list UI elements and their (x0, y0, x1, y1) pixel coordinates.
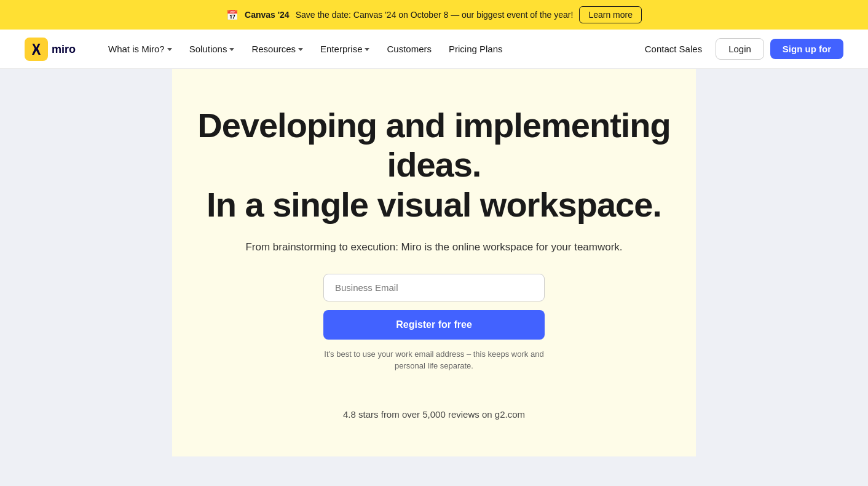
hero-heading-line1: Developing and implementing (197, 106, 671, 145)
svg-text:miro: miro (52, 43, 76, 55)
hero-heading-line3: In a single visual workspace. (207, 185, 661, 224)
login-button[interactable]: Login (716, 38, 764, 60)
nav-links-group: What is Miro? Solutions Resources Enterp… (101, 39, 637, 59)
chevron-down-icon (229, 48, 234, 51)
hero-heading-line2: ideas. (387, 145, 481, 184)
nav-pricing-plans-label: Pricing Plans (449, 44, 503, 54)
nav-solutions-label: Solutions (189, 44, 227, 54)
nav-what-is-miro-label: What is Miro? (108, 44, 165, 54)
announcement-banner: 📅 Canvas '24 Save the date: Canvas '24 o… (0, 0, 868, 30)
nav-resources[interactable]: Resources (244, 39, 310, 59)
main-content-area: Developing and implementing ideas. In a … (172, 69, 696, 456)
nav-enterprise-label: Enterprise (320, 44, 362, 54)
chevron-down-icon (298, 48, 303, 51)
calendar-icon: 📅 (226, 9, 239, 21)
logo-link[interactable]: miro (25, 38, 84, 61)
nav-enterprise[interactable]: Enterprise (313, 39, 377, 59)
email-input[interactable] (323, 274, 545, 301)
page-body: Developing and implementing ideas. In a … (0, 69, 868, 456)
banner-event-text: Save the date: Canvas '24 on October 8 —… (296, 10, 574, 20)
nav-right-group: Contact Sales Login Sign up for (637, 38, 843, 60)
email-input-wrapper (323, 274, 545, 301)
main-nav: miro What is Miro? Solutions Resources E… (0, 30, 868, 69)
nav-solutions[interactable]: Solutions (182, 39, 242, 59)
hero-heading: Developing and implementing ideas. In a … (197, 106, 671, 225)
nav-resources-label: Resources (251, 44, 296, 54)
page: { "banner": { "emoji": "📅", "title": "Ca… (0, 0, 868, 486)
chevron-down-icon (167, 48, 172, 51)
disclaimer-text: It's best to use your work email address… (311, 348, 557, 372)
nav-what-is-miro[interactable]: What is Miro? (101, 39, 180, 59)
miro-logo-icon (25, 38, 48, 61)
nav-customers-label: Customers (387, 44, 432, 54)
hero-section: Developing and implementing ideas. In a … (197, 106, 671, 420)
rating-text: 4.8 stars from over 5,000 reviews on g2.… (343, 409, 525, 420)
banner-event-title: Canvas '24 (245, 10, 290, 20)
hero-subtext: From brainstorming to execution: Miro is… (245, 239, 622, 255)
nav-customers[interactable]: Customers (379, 39, 439, 59)
signup-button[interactable]: Sign up for (770, 39, 843, 59)
nav-pricing-plans[interactable]: Pricing Plans (441, 39, 510, 59)
contact-sales-link[interactable]: Contact Sales (637, 39, 709, 59)
chevron-down-icon (365, 48, 369, 51)
learn-more-button[interactable]: Learn more (579, 6, 642, 23)
miro-wordmark: miro (52, 43, 84, 55)
register-button[interactable]: Register for free (323, 310, 545, 340)
